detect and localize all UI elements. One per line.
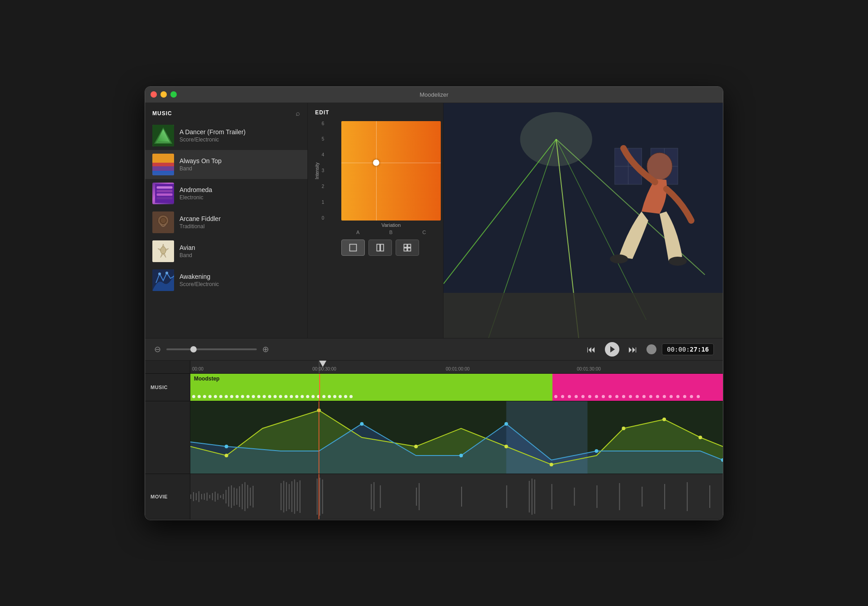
list-item[interactable]: Avian Band	[145, 237, 307, 266]
svg-point-50	[225, 454, 228, 457]
zoom-in-icon[interactable]: ⊕	[262, 344, 269, 354]
list-item[interactable]: Awakening Score/Electronic	[145, 266, 307, 295]
zoom-out-icon[interactable]: ⊖	[154, 344, 161, 354]
svg-rect-78	[223, 494, 224, 499]
svg-rect-77	[220, 495, 221, 498]
svg-point-58	[225, 445, 228, 448]
search-icon[interactable]: ⌕	[296, 109, 300, 117]
time-prefix: 00:00:	[667, 346, 690, 353]
list-item[interactable]: Arcane Fiddler Traditional	[145, 208, 307, 237]
svg-rect-118	[709, 485, 710, 508]
list-item[interactable]: Always On Top Band	[145, 150, 307, 179]
ruler-label-0: 00:00	[192, 366, 203, 371]
svg-rect-105	[419, 483, 420, 510]
dot-pink	[663, 395, 666, 398]
svg-rect-22	[377, 244, 380, 251]
music-genre: Score/Electronic	[179, 136, 300, 143]
svg-rect-27	[408, 248, 411, 251]
dot	[284, 395, 288, 398]
svg-rect-85	[242, 484, 243, 509]
moodstep-green-segment[interactable]: Moodstep	[190, 374, 552, 401]
mood-point[interactable]	[373, 160, 379, 166]
movie-track-row: MOVIE	[145, 474, 723, 520]
svg-rect-79	[226, 490, 226, 503]
x-ticks: A B C	[341, 230, 441, 235]
music-name: A Dancer (From Trailer)	[179, 128, 300, 136]
mood-graph-content[interactable]	[190, 401, 723, 474]
movie-track-content[interactable]	[190, 474, 723, 519]
dot	[192, 395, 195, 398]
svg-point-44	[669, 257, 687, 266]
mood-graph-label	[145, 401, 190, 474]
x-axis: Variation A B C	[341, 222, 441, 235]
svg-rect-98	[317, 479, 318, 515]
svg-point-43	[610, 254, 628, 263]
svg-rect-89	[253, 486, 254, 507]
maximize-button[interactable]	[170, 91, 177, 98]
svg-point-20	[165, 272, 168, 274]
svg-rect-99	[320, 478, 321, 516]
dot-pink	[588, 395, 591, 398]
variation-double-button[interactable]	[368, 240, 392, 256]
variation-single-button[interactable]	[341, 240, 365, 256]
music-track-content[interactable]: Moodstep	[190, 374, 723, 401]
svg-rect-21	[350, 244, 357, 251]
svg-point-19	[158, 272, 161, 275]
svg-rect-12	[157, 197, 173, 199]
music-info-andromeda: Andromeda Electronic	[179, 186, 300, 201]
svg-rect-25	[408, 244, 411, 247]
music-list[interactable]: A Dancer (From Trailer) Score/Electronic	[145, 121, 307, 338]
svg-rect-107	[506, 485, 507, 508]
moodstep-pink-segment[interactable]	[552, 374, 723, 401]
svg-rect-112	[574, 488, 575, 506]
record-button[interactable]	[646, 344, 656, 354]
dot	[225, 395, 228, 398]
dot-pink	[568, 395, 571, 398]
svg-rect-80	[228, 487, 229, 507]
svg-rect-114	[619, 483, 620, 510]
mood-graph-track-row	[145, 401, 723, 474]
dot	[344, 395, 347, 398]
svg-rect-95	[294, 479, 295, 514]
window-controls	[151, 91, 177, 98]
variation-quad-button[interactable]	[396, 240, 419, 256]
dot-pink	[670, 395, 673, 398]
list-item[interactable]: A Dancer (From Trailer) Score/Electronic	[145, 121, 307, 150]
svg-rect-70	[201, 494, 202, 499]
dot	[311, 395, 315, 398]
list-item[interactable]: Andromeda Electronic	[145, 179, 307, 208]
play-button[interactable]	[605, 342, 619, 357]
rewind-button[interactable]: ⏮	[587, 345, 596, 354]
music-track-label: MUSIC	[145, 374, 190, 401]
dot	[268, 395, 271, 398]
pink-dots-row	[554, 395, 723, 398]
music-genre: Band	[179, 165, 300, 172]
edit-title: EDIT	[315, 109, 436, 116]
minimize-button[interactable]	[160, 91, 167, 98]
dot-pink	[609, 395, 612, 398]
x-axis-label: Variation	[382, 222, 401, 228]
mood-grid[interactable]	[341, 121, 441, 221]
svg-rect-103	[380, 485, 381, 508]
dot-pink	[629, 395, 632, 398]
fast-forward-button[interactable]: ⏭	[628, 345, 637, 354]
svg-point-57	[698, 436, 702, 439]
dot	[333, 395, 336, 398]
y-tick-6: 6	[315, 121, 324, 126]
dot-pink	[690, 395, 693, 398]
svg-rect-96	[297, 482, 298, 511]
svg-rect-108	[529, 481, 530, 512]
zoom-slider[interactable]	[166, 348, 257, 350]
video-placeholder	[443, 103, 723, 338]
dot-pink	[636, 395, 639, 398]
main-area: MUSIC ⌕ A Dancer (From Trail	[145, 103, 723, 338]
titlebar: Moodelizer	[145, 87, 723, 103]
x-tick-b: B	[389, 230, 392, 235]
music-name: Andromeda	[179, 186, 300, 193]
y-tick-1: 1	[315, 200, 324, 205]
close-button[interactable]	[151, 91, 157, 98]
dot-pink	[676, 395, 679, 398]
svg-point-15	[160, 217, 166, 224]
svg-rect-113	[596, 485, 597, 508]
dot-pink	[561, 395, 564, 398]
